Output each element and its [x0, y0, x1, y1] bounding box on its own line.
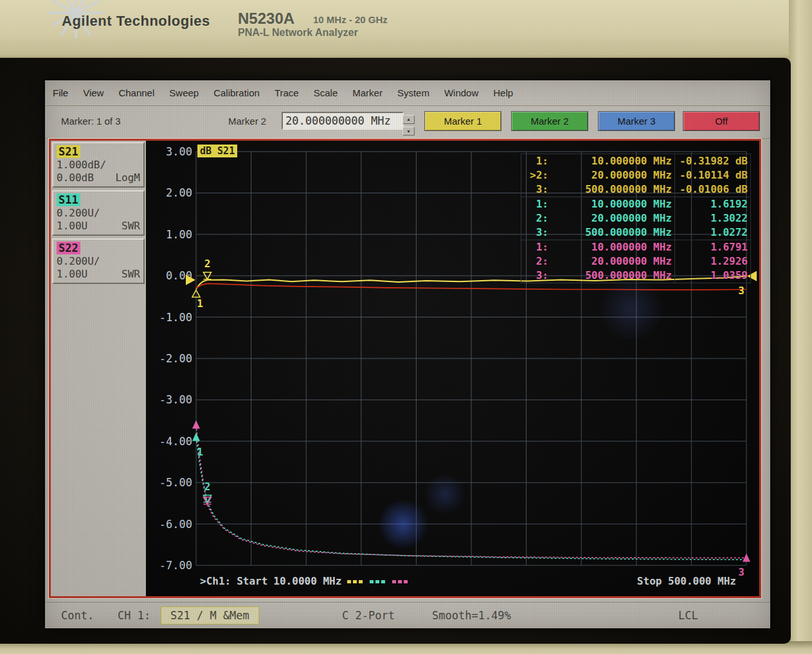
- menu-help[interactable]: Help: [493, 87, 513, 98]
- readout-frequency: 10.000000 MHz: [551, 154, 674, 168]
- menu-window[interactable]: Window: [444, 87, 478, 98]
- model-number: N5230A: [238, 10, 294, 28]
- menu-sweep[interactable]: Sweep: [169, 87, 199, 98]
- y-axis-tick: 0.00: [149, 269, 192, 282]
- marker-status-text: Marker: 1 of 3: [61, 116, 121, 127]
- stimulus-readout: >Ch1: Start 10.0000 MHz Stop 500.000 MHz: [146, 574, 759, 590]
- trace-scale: 0.200U/: [57, 207, 140, 219]
- front-panel-right: [789, 0, 812, 654]
- trace-status-sidebar: S211.000dB/LogM0.00dBS110.200U/SWR1.00US…: [51, 141, 146, 596]
- readout-index: 1:: [521, 154, 551, 168]
- menu-trace[interactable]: Trace: [275, 87, 299, 98]
- menu-calibration[interactable]: Calibration: [213, 87, 260, 98]
- status-smooth-1-49: Smooth=1.49%: [432, 609, 511, 622]
- readout-value: 1.6791: [674, 240, 750, 254]
- marker-number-label: 1: [197, 297, 203, 310]
- readout-frequency: 10.000000 MHz: [551, 240, 674, 254]
- readout-group: 1:10.000000 MHz1.67912:20.000000 MHz1.29…: [521, 240, 751, 283]
- start-label: Start: [237, 575, 267, 587]
- marker-1-button[interactable]: Marker 1: [424, 111, 501, 131]
- readout-frequency: 20.000000 MHz: [551, 168, 674, 182]
- readout-index: 1:: [521, 240, 551, 254]
- spin-up-button[interactable]: ▲: [402, 115, 415, 124]
- marker-3-button[interactable]: Marker 3: [598, 111, 675, 131]
- menu-marker[interactable]: Marker: [352, 87, 383, 98]
- trace-id-chip: S22: [57, 242, 80, 254]
- readout-value: 1.0272: [674, 225, 750, 240]
- y-axis-tick: -2.00: [149, 352, 192, 365]
- y-axis-tick: 3.00: [149, 145, 192, 158]
- y-axis-tick: -4.00: [149, 435, 192, 448]
- frequency-range: 10 MHz - 20 GHz: [313, 14, 388, 25]
- menu-view[interactable]: View: [83, 87, 104, 98]
- readout-value: -0.10114 dB: [674, 168, 750, 182]
- marker2-field-label: Marker 2: [228, 116, 266, 127]
- trace-format: LogM: [115, 172, 140, 184]
- marker-symbol-s22: [203, 497, 211, 504]
- trace-id-chip: S21: [57, 145, 80, 158]
- trace-status-s21[interactable]: S211.000dB/LogM0.00dB: [52, 142, 145, 188]
- stop-value: 500.000 MHz: [668, 575, 736, 587]
- menu-system[interactable]: System: [397, 87, 429, 98]
- readout-index: 3:: [521, 225, 551, 240]
- readout-frequency: 500.000000 MHz: [551, 225, 674, 240]
- y-axis-tick: -6.00: [149, 518, 192, 531]
- menu-channel[interactable]: Channel: [118, 87, 154, 98]
- readout-index: 3:: [521, 269, 551, 283]
- readout-index: >2:: [521, 168, 551, 182]
- channel-label: >Ch1:: [200, 575, 231, 587]
- readout-value: 1.2926: [674, 254, 750, 269]
- readout-group: 1:10.000000 MHz-0.31982 dB>2:20.000000 M…: [521, 154, 751, 197]
- readout-group: 1:10.000000 MHz1.61922:20.000000 MHz1.30…: [521, 197, 751, 240]
- off-button[interactable]: Off: [683, 111, 760, 131]
- lcd-screen: FileViewChannelSweepCalibrationTraceScal…: [45, 80, 770, 628]
- brand-name: Agilent Technologies: [62, 13, 210, 30]
- marker-number-label: 3: [738, 285, 744, 297]
- menu-file[interactable]: File: [53, 87, 68, 98]
- status-s21-m-mem: S21 / M &Mem: [161, 606, 259, 624]
- status-ch-1: CH 1:: [118, 609, 150, 622]
- y-axis-tick: -1.00: [149, 311, 192, 324]
- spin-down-button[interactable]: ▼: [402, 127, 415, 136]
- marker-toolbar: Marker: 1 of 3 Marker 2 ▲ ▼ Marker 1Mark…: [45, 107, 770, 139]
- readout-frequency: 500.000000 MHz: [551, 182, 674, 197]
- active-window-border: S211.000dB/LogM0.00dBS110.200U/SWR1.00US…: [49, 139, 761, 598]
- status-cont: Cont.: [61, 609, 94, 622]
- trace-ref: 0.00dB: [57, 172, 94, 184]
- y-axis-tick: 1.00: [149, 228, 192, 241]
- marker-readout-table: 1:10.000000 MHz-0.31982 dB>2:20.000000 M…: [521, 154, 751, 283]
- trace-id-chip: S11: [57, 193, 80, 206]
- screen-bezel: FileViewChannelSweepCalibrationTraceScal…: [0, 58, 791, 644]
- readout-frequency: 10.000000 MHz: [551, 197, 674, 211]
- readout-value: -0.31982 dB: [674, 154, 750, 168]
- marker-number-label: 2: [204, 258, 211, 270]
- y-axis-tick: -5.00: [149, 476, 192, 489]
- trace-scale: 1.000dB/: [57, 159, 140, 171]
- marker-number-label: 2: [204, 481, 211, 493]
- readout-frequency: 20.000000 MHz: [551, 211, 674, 225]
- channel1-window: S211.000dB/LogM0.00dBS110.200U/SWR1.00US…: [48, 138, 762, 599]
- marker-1-s11: [192, 433, 200, 441]
- trace-ref-line: LogM0.00dB: [57, 172, 140, 184]
- s11-trace-legend-dash: [370, 580, 386, 583]
- trace-status-s22[interactable]: S220.200U/SWR1.00U: [52, 238, 145, 284]
- trace-format: SWR: [122, 220, 140, 232]
- marker-2-button[interactable]: Marker 2: [511, 111, 588, 131]
- stop-label: Stop: [637, 575, 662, 587]
- trace-ref-line: SWR1.00U: [57, 268, 140, 280]
- marker-symbol-s22: [192, 420, 200, 429]
- marker2-frequency-input[interactable]: [282, 112, 404, 130]
- trace-status-s11[interactable]: S110.200U/SWR1.00U: [52, 190, 145, 236]
- readout-index: 3:: [521, 182, 551, 197]
- y-axis-tick: 2.00: [149, 186, 192, 199]
- menu-scale[interactable]: Scale: [314, 87, 338, 98]
- readout-frequency: 500.000000 MHz: [551, 269, 674, 283]
- s22-trace-legend-dash: [392, 580, 409, 583]
- readout-index: 1:: [521, 197, 551, 211]
- y-axis-tick: -3.00: [149, 393, 192, 406]
- active-trace-axis-label: dB S21: [197, 145, 237, 157]
- s21-trace-legend-dash: [347, 580, 364, 583]
- y-axis-tick: -7.00: [149, 559, 192, 572]
- readout-frequency: 20.000000 MHz: [551, 254, 674, 269]
- readout-index: 2:: [521, 211, 551, 225]
